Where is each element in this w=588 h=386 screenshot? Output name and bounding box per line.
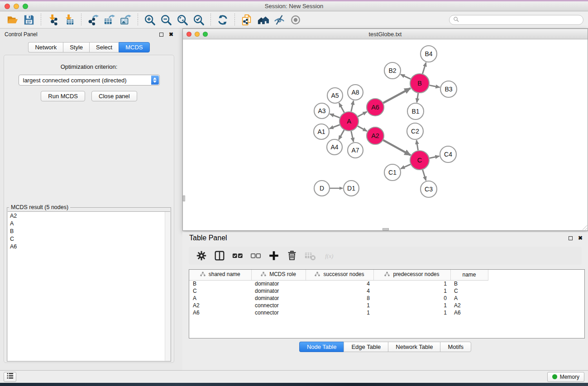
graph-node-A5[interactable]: A5 bbox=[327, 88, 343, 103]
graph-node-C1[interactable]: C1 bbox=[384, 164, 401, 181]
graph-node-C2[interactable]: C2 bbox=[407, 123, 423, 139]
tab-mcds[interactable]: MCDS bbox=[119, 42, 149, 52]
zoom-in-icon[interactable] bbox=[143, 13, 157, 27]
column-header-MCDS-role[interactable]: MCDS role bbox=[251, 270, 306, 280]
edge-A-A1[interactable] bbox=[330, 125, 340, 129]
float-panel-icon[interactable] bbox=[159, 33, 163, 37]
search-input[interactable] bbox=[461, 17, 579, 23]
unselect-all-icon[interactable] bbox=[249, 249, 263, 262]
edge-B-B2[interactable] bbox=[401, 74, 411, 79]
mcds-result-item[interactable]: A2 bbox=[8, 212, 170, 219]
table-row[interactable]: A6connector11A6 bbox=[189, 309, 488, 316]
edge-C-C3[interactable] bbox=[423, 170, 426, 181]
import-network-icon[interactable] bbox=[46, 13, 60, 27]
edge-A6-B[interactable] bbox=[383, 88, 411, 103]
export-table-icon[interactable] bbox=[103, 13, 116, 27]
home-browser-icon[interactable] bbox=[256, 13, 270, 27]
network-window-titlebar[interactable]: testGlobe.txt bbox=[183, 29, 588, 39]
graph-node-C[interactable]: C bbox=[410, 151, 429, 170]
edge-A2-C[interactable] bbox=[383, 140, 411, 155]
refresh-network-icon[interactable] bbox=[216, 13, 229, 27]
graph-node-D1[interactable]: D1 bbox=[344, 181, 359, 196]
tab-select[interactable]: Select bbox=[89, 42, 119, 52]
edge-B-B3[interactable] bbox=[430, 85, 440, 87]
mcds-result-item[interactable]: B bbox=[8, 227, 170, 235]
column-header-successor-nodes[interactable]: successor nodes bbox=[306, 270, 373, 280]
network-canvas[interactable]: B4B2BB3A5A8A6B1A3AA1C2A2A4A7C4CC1C3DD1 bbox=[183, 39, 588, 230]
import-table-icon[interactable] bbox=[62, 13, 76, 27]
gear-icon[interactable] bbox=[195, 249, 208, 262]
graph-node-A1[interactable]: A1 bbox=[314, 124, 329, 139]
zoom-fit-icon[interactable] bbox=[176, 13, 189, 27]
table-row[interactable]: Adominator80A bbox=[189, 295, 488, 302]
edge-A-A2[interactable] bbox=[358, 126, 367, 131]
criterion-dropdown[interactable]: largest connected component (directed) bbox=[19, 75, 160, 86]
show-panel-eye-icon[interactable] bbox=[289, 13, 302, 27]
edge-A-A8[interactable] bbox=[351, 101, 354, 112]
tab-network[interactable]: Network bbox=[28, 42, 63, 52]
table-row[interactable]: Cdominator41C bbox=[189, 287, 488, 295]
table-row[interactable]: Bdominator41B bbox=[189, 280, 488, 287]
add-column-icon[interactable] bbox=[267, 249, 281, 262]
edge-A-A5[interactable] bbox=[339, 103, 344, 113]
mcds-result-list[interactable]: A2ABCA6 bbox=[8, 211, 170, 361]
graph-node-C4[interactable]: C4 bbox=[440, 146, 456, 162]
edge-B-B4[interactable] bbox=[422, 62, 426, 74]
graph-node-B1[interactable]: B1 bbox=[407, 103, 424, 119]
tab-network-table[interactable]: Network Table bbox=[388, 342, 440, 352]
run-mcds-button[interactable]: Run MCDS bbox=[41, 91, 85, 101]
tab-style[interactable]: Style bbox=[63, 42, 89, 52]
memory-button[interactable]: Memory bbox=[547, 372, 584, 382]
open-session-icon[interactable] bbox=[6, 13, 19, 27]
tab-node-table[interactable]: Node Table bbox=[299, 342, 344, 352]
zoom-out-icon[interactable] bbox=[159, 13, 173, 27]
hide-panel-eye-icon[interactable] bbox=[272, 13, 286, 27]
column-header-predecessor-nodes[interactable]: predecessor nodes bbox=[373, 270, 450, 280]
mcds-result-item[interactable]: A6 bbox=[8, 243, 170, 250]
graph-node-B2[interactable]: B2 bbox=[384, 62, 401, 79]
zoom-selected-icon[interactable] bbox=[192, 13, 206, 27]
mcds-result-item[interactable]: C bbox=[8, 235, 170, 243]
search-box[interactable] bbox=[449, 15, 583, 25]
export-network-icon[interactable] bbox=[86, 13, 100, 27]
graph-node-B3[interactable]: B3 bbox=[440, 81, 457, 97]
export-image-icon[interactable] bbox=[119, 13, 133, 27]
graph-node-A4[interactable]: A4 bbox=[327, 139, 342, 155]
edge-C-C4[interactable] bbox=[430, 156, 440, 158]
close-panel-icon[interactable]: ✖ bbox=[169, 32, 173, 37]
tab-motifs[interactable]: Motifs bbox=[440, 342, 471, 352]
edge-A-A3[interactable] bbox=[330, 114, 340, 118]
graph-node-B4[interactable]: B4 bbox=[421, 46, 437, 62]
delete-row-icon[interactable] bbox=[285, 249, 299, 262]
graph-node-A2[interactable]: A2 bbox=[367, 127, 384, 144]
clone-network-icon[interactable] bbox=[240, 13, 253, 27]
float-table-panel-icon[interactable] bbox=[569, 236, 573, 240]
network-graph[interactable]: B4B2BB3A5A8A6B1A3AA1C2A2A4A7C4CC1C3DD1 bbox=[183, 39, 588, 230]
vertical-scroll-indicator[interactable] bbox=[183, 195, 185, 201]
tab-edge-table[interactable]: Edge Table bbox=[344, 342, 388, 352]
result-scrollbar[interactable] bbox=[165, 212, 170, 361]
show-panels-button[interactable] bbox=[4, 372, 16, 382]
edge-A-A6[interactable] bbox=[358, 112, 367, 117]
table-columns-icon[interactable] bbox=[213, 249, 226, 262]
edge-B-B1[interactable] bbox=[417, 93, 418, 102]
horizontal-scroll-indicator[interactable] bbox=[382, 228, 389, 230]
graph-node-A7[interactable]: A7 bbox=[348, 143, 363, 158]
table-row[interactable]: A2connector11A2 bbox=[189, 302, 488, 309]
close-table-panel-icon[interactable]: ✖ bbox=[578, 235, 583, 241]
column-header-name[interactable]: name bbox=[450, 270, 488, 280]
graph-node-A6[interactable]: A6 bbox=[367, 99, 384, 116]
graph-node-A[interactable]: A bbox=[339, 112, 359, 131]
mcds-result-item[interactable]: A bbox=[8, 219, 170, 227]
graph-node-D[interactable]: D bbox=[314, 181, 330, 196]
close-panel-button[interactable]: Close panel bbox=[91, 91, 137, 101]
edge-C-C1[interactable] bbox=[401, 164, 411, 169]
edge-C-C2[interactable] bbox=[416, 140, 418, 151]
edge-A-A4[interactable] bbox=[339, 130, 344, 139]
graph-node-A8[interactable]: A8 bbox=[348, 85, 363, 100]
graph-node-A3[interactable]: A3 bbox=[314, 103, 330, 119]
save-session-icon[interactable] bbox=[22, 13, 36, 27]
select-all-icon[interactable] bbox=[231, 249, 244, 262]
graph-node-C3[interactable]: C3 bbox=[421, 181, 437, 197]
column-header-shared-name[interactable]: shared name bbox=[189, 270, 251, 280]
